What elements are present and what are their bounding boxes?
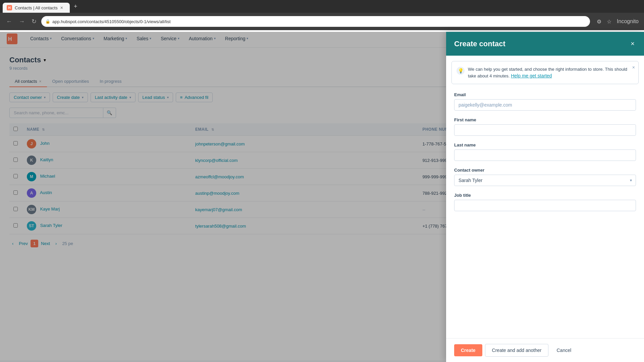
browser-chrome: H Contacts | All contacts × + ← → ↻ 🔒 ap… (0, 0, 644, 30)
job-title-group: Job title (454, 193, 636, 211)
browser-tab-bar: H Contacts | All contacts × + (0, 0, 644, 13)
job-title-field[interactable] (454, 200, 636, 211)
new-tab-button[interactable]: + (71, 3, 80, 10)
panel-close-button[interactable]: × (629, 39, 636, 49)
email-label: Email (454, 92, 636, 97)
info-banner-icon: 💡 (457, 67, 465, 75)
contact-owner-select[interactable]: Sarah Tyler (454, 175, 636, 186)
create-and-add-another-button[interactable]: Create and add another (485, 344, 549, 357)
active-tab: H Contacts | All contacts × (3, 3, 70, 13)
last-name-label: Last name (454, 142, 636, 147)
extensions-button[interactable]: ⚙ (595, 17, 603, 26)
last-name-field[interactable] (454, 149, 636, 161)
contact-owner-group: Contact owner Sarah Tyler ▾ (454, 168, 636, 186)
first-name-group: First name (454, 117, 636, 136)
email-group: Email (454, 92, 636, 111)
browser-controls: ← → ↻ 🔒 app.hubspot.com/contacts/4510550… (0, 13, 644, 30)
panel-form: Email First name Last name Contact owner… (446, 89, 644, 338)
tab-favicon: H (7, 5, 12, 10)
info-banner-content: We can help you get started, and choose … (468, 66, 634, 79)
bookmark-button[interactable]: ☆ (605, 17, 613, 26)
info-banner-close-button[interactable]: × (632, 65, 635, 70)
contact-owner-label: Contact owner (454, 168, 636, 173)
incognito-button[interactable]: Incognito (615, 17, 640, 26)
back-button[interactable]: ← (4, 17, 14, 26)
panel-title: Create contact (454, 40, 505, 48)
lock-icon: 🔒 (45, 19, 50, 24)
tab-close-btn[interactable]: × (60, 5, 63, 10)
create-contact-panel: Create contact × 💡 We can help you get s… (446, 32, 644, 362)
info-banner-link[interactable]: Help me get started (511, 73, 552, 78)
email-field[interactable] (454, 99, 636, 111)
first-name-label: First name (454, 117, 636, 122)
last-name-group: Last name (454, 142, 636, 161)
address-text: app.hubspot.com/contacts/45105500/object… (52, 19, 171, 24)
browser-actions: ⚙ ☆ Incognito (595, 17, 640, 26)
forward-button[interactable]: → (17, 17, 27, 26)
cancel-button[interactable]: Cancel (551, 344, 577, 356)
job-title-label: Job title (454, 193, 636, 198)
tab-title: Contacts | All contacts (15, 5, 58, 10)
panel-footer: Create Create and add another Cancel (446, 338, 644, 362)
contact-owner-select-wrap: Sarah Tyler ▾ (454, 175, 636, 186)
reload-button[interactable]: ↻ (30, 16, 39, 26)
info-banner: 💡 We can help you get started, and choos… (451, 61, 639, 84)
first-name-field[interactable] (454, 124, 636, 136)
create-button[interactable]: Create (454, 344, 482, 356)
panel-header: Create contact × (446, 32, 644, 56)
address-bar[interactable]: 🔒 app.hubspot.com/contacts/45105500/obje… (41, 16, 590, 27)
